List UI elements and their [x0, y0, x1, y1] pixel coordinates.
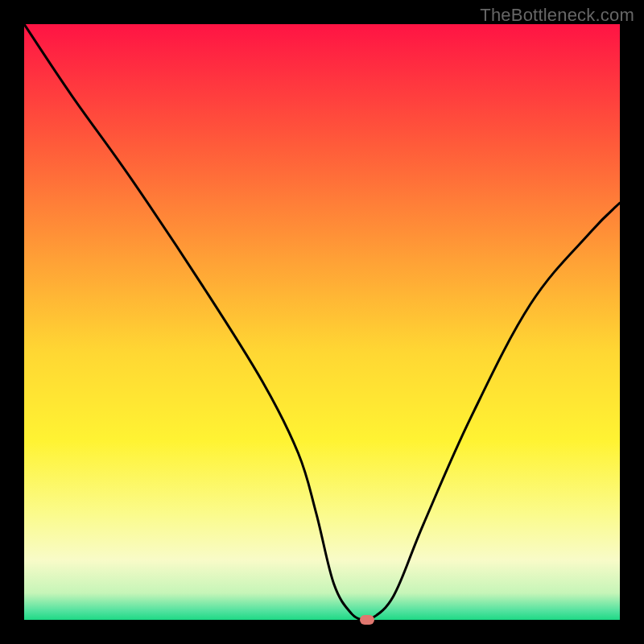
chart-frame: TheBottleneck.com [0, 0, 644, 644]
gradient-background [24, 24, 620, 620]
chart-svg [24, 24, 620, 620]
optimum-marker [360, 615, 374, 625]
plot-area [24, 24, 620, 620]
watermark-text: TheBottleneck.com [480, 5, 634, 26]
